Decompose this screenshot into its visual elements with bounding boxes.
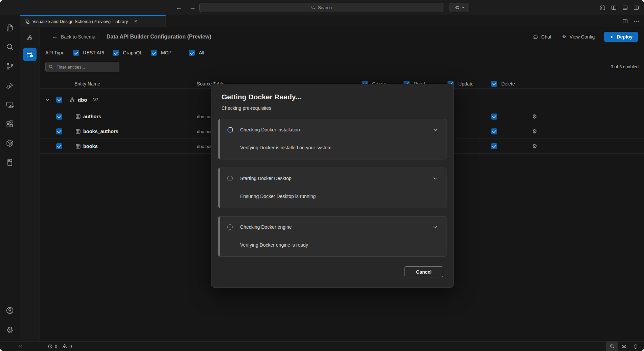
eye-icon [561,34,567,40]
schema-count: 3/3 [92,97,98,102]
schema-name: dbo [78,97,87,102]
all-checkbox[interactable] [189,50,195,56]
schema-designer-tab-icon [24,19,30,24]
api-type-label: API Type [45,50,65,55]
vscode-window: ← → Search [0,0,644,351]
error-count: 0 [55,344,57,349]
chevron-down-icon[interactable] [433,176,438,181]
step-description: Verifying Docker is installed on your sy… [240,145,331,150]
account-icon[interactable] [2,302,18,319]
split-editor-icon[interactable] [622,18,628,24]
run-debug-icon[interactable] [2,77,18,94]
row-select-checkbox[interactable] [56,128,62,134]
spinner-icon [227,127,233,133]
tab-visualize-design-schema[interactable]: Visualize and Design Schema (Preview) - … [20,15,166,27]
deploy-button[interactable]: Deploy [604,32,638,42]
copilot-menu-button[interactable] [450,3,469,12]
notifications-bell-icon[interactable] [630,342,641,351]
history-forward-icon[interactable]: → [189,4,196,11]
copilot-chat-icon [532,34,538,40]
toggle-secondary-sidebar-icon[interactable] [633,5,639,11]
remote-indicator[interactable] [18,344,23,349]
api-option-rest[interactable]: REST API [73,50,105,56]
search-icon [311,5,316,10]
entity-name: authors [83,114,101,119]
api-option-mcp[interactable]: MCP [151,50,171,56]
rest-api-checkbox[interactable] [73,50,79,56]
row-delete-checkbox[interactable] [491,114,497,120]
cancel-button[interactable]: Cancel [405,266,443,277]
row-settings-gear-icon[interactable]: ⚙ [532,128,537,135]
copilot-status-icon[interactable] [618,342,630,351]
entity-name: books [83,144,98,149]
col-delete: Delete [501,81,515,86]
database-view-icon[interactable] [2,154,18,171]
toggle-panel-icon[interactable] [622,5,628,11]
title-bar: ← → Search [0,0,644,15]
entity-name: books_authors [83,129,118,134]
search-view-icon[interactable] [2,39,18,55]
back-to-schema-button[interactable]: ← Back to Schema [52,33,95,40]
table-grid-icon [75,128,81,134]
chevron-down-icon[interactable] [433,127,438,132]
page-title: Data API Builder Configuration (Preview) [107,34,211,40]
activity-bar: ⚙ [0,15,20,341]
step-description: Ensuring Docker Desktop is running [240,194,316,199]
chat-button[interactable]: Chat [532,34,551,40]
row-delete-checkbox[interactable] [491,143,497,149]
tab-title: Visualize and Design Schema (Preview) - … [32,19,128,24]
row-delete-checkbox[interactable] [491,128,497,134]
tab-close-icon[interactable]: ✕ [134,19,138,24]
more-actions-icon[interactable]: ⋯ [634,18,639,25]
view-config-button[interactable]: View Config [561,34,595,40]
table-grid-icon [75,114,81,120]
col-entity-name: Entity Name [74,81,100,86]
container-icon[interactable] [2,135,18,152]
dialog-subtitle: Checking pre-requisites [218,105,446,111]
warning-icon [62,344,67,349]
problems-indicator[interactable]: 0 0 [48,344,74,349]
remote-explorer-icon[interactable] [2,96,18,113]
toggle-primary-sidebar-icon[interactable] [611,5,617,11]
source-control-icon[interactable] [2,58,18,75]
mcp-checkbox[interactable] [151,50,157,56]
table-config-icon[interactable] [23,48,37,61]
step-docker-installation: Checking Docker installation Verifying D… [218,119,446,159]
col-update: Update [458,81,474,86]
customize-layout-icon[interactable] [600,5,606,11]
row-select-checkbox[interactable] [56,143,62,149]
extensions-icon[interactable] [2,116,18,132]
row-select-checkbox[interactable] [56,114,62,120]
enabled-summary: 3 of 3 enabled [611,64,639,69]
api-option-all[interactable]: All [189,50,204,56]
explorer-icon[interactable] [2,19,18,36]
global-search-input[interactable]: Search [199,3,443,12]
tab-bar: Visualize and Design Schema (Preview) - … [20,15,644,27]
play-icon [610,35,614,39]
row-settings-gear-icon[interactable]: ⚙ [532,113,537,120]
zoom-indicator[interactable] [606,342,618,351]
settings-gear-icon[interactable]: ⚙ [2,322,18,339]
api-separator [183,49,183,56]
status-bar: 0 0 [0,341,644,351]
schema-select-checkbox[interactable] [56,97,62,103]
dialog-title: Getting Docker Ready... [218,93,446,101]
copilot-chat-icon [455,5,460,10]
row-settings-gear-icon[interactable]: ⚙ [532,143,537,150]
designer-rail [20,27,40,341]
filter-entities-input[interactable] [45,62,119,72]
filter-search-icon [48,64,53,69]
collapse-chevron-icon[interactable] [45,97,50,102]
history-back-icon[interactable]: ← [176,4,182,11]
docker-ready-dialog: Getting Docker Ready... Checking pre-req… [211,84,454,288]
chevron-down-icon[interactable] [433,224,438,230]
schema-diagram-icon[interactable] [23,31,37,44]
graphql-checkbox[interactable] [113,50,119,56]
step-description: Verifying Docker engine is ready [240,242,308,248]
header-divider [101,33,101,40]
step-title: Starting Docker Desktop [240,176,292,181]
api-option-graphql[interactable]: GraphQL [113,50,142,56]
chevron-down-icon [461,6,464,9]
global-search-placeholder: Search [318,5,332,10]
delete-all-checkbox[interactable] [491,81,497,87]
